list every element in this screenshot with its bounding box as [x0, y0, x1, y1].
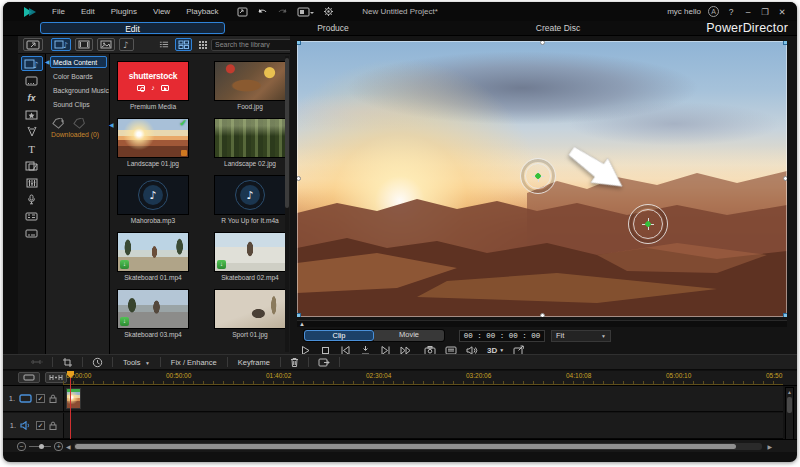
list-view-button[interactable]	[156, 38, 172, 51]
library-scrollbar[interactable]	[285, 56, 289, 352]
room-templates[interactable]	[21, 73, 43, 88]
timeline-horizontal-scrollbar[interactable]	[74, 443, 763, 450]
collapse-panel-icon[interactable]: ◀	[109, 121, 114, 128]
library-item-landscape-02[interactable]: Landscape 02.jpg	[214, 118, 286, 169]
redo-icon[interactable]	[277, 7, 288, 17]
filter-music-button[interactable]: ♪	[119, 38, 134, 51]
grid-view-button[interactable]	[175, 38, 192, 51]
import-media-button[interactable]	[23, 38, 43, 51]
library-item-landscape-01[interactable]: ✓ Landscape 01.jpg	[117, 118, 189, 169]
audio-track-lane[interactable]	[63, 413, 783, 439]
resize-handle-bottom-center[interactable]	[540, 313, 545, 317]
room-particles[interactable]	[21, 124, 43, 139]
aspect-ratio-icon[interactable]	[297, 7, 314, 17]
library-item-sport-01[interactable]: Sport 01.jpg	[214, 289, 286, 340]
keyframe-button[interactable]: Keyframe	[228, 358, 280, 367]
resize-handle-bottom-left[interactable]	[297, 313, 301, 317]
motion-tracker-target-2[interactable]	[628, 204, 668, 244]
library-item-skateboard-02[interactable]: ↓ Skateboard 02.mp4	[214, 232, 286, 283]
menu-playback[interactable]: Playback	[178, 7, 226, 16]
user-avatar[interactable]: A	[708, 6, 719, 17]
maximize-button[interactable]: ❐	[760, 7, 770, 17]
category-background-music[interactable]: Background Music	[50, 84, 107, 96]
library-item-skateboard-03[interactable]: ↓ Skateboard 03.mp4	[117, 289, 189, 340]
help-button[interactable]: ?	[726, 7, 736, 17]
range-select-icon[interactable]	[21, 357, 52, 367]
category-sound-clips[interactable]: Sound Clips	[50, 98, 107, 110]
zoom-in-button[interactable]: +	[54, 442, 63, 451]
seek-position-marker[interactable]: ▲	[299, 321, 305, 327]
clip-mode-button[interactable]: Clip	[304, 330, 374, 341]
menu-plugins[interactable]: Plugins	[103, 7, 145, 16]
room-pip-objects[interactable]	[21, 107, 43, 122]
collapse-rail-icon[interactable]: ◀	[45, 58, 50, 65]
svg-text:♪: ♪	[63, 41, 68, 49]
library-item-r-you-up[interactable]: ♪ R You Up for It.m4a	[214, 175, 286, 226]
zoom-out-button[interactable]: −	[17, 442, 26, 451]
timeline-clip[interactable]	[66, 388, 81, 409]
tab-create-disc[interactable]: Create Disc	[483, 22, 633, 34]
filter-all-media-button[interactable]: ♪	[51, 38, 71, 51]
timeline-toolbar: Tools ▼ Fix / Enhance Keyframe	[3, 354, 797, 370]
menu-edit[interactable]: Edit	[73, 7, 103, 16]
fix-enhance-button[interactable]: Fix / Enhance	[161, 358, 227, 367]
room-subtitles[interactable]	[21, 226, 43, 241]
library-item-food[interactable]: Food.jpg	[214, 61, 286, 112]
small-grid-view-button[interactable]	[195, 38, 211, 51]
settings-gear-icon[interactable]	[323, 6, 334, 17]
track-enable-checkbox[interactable]: ✓	[36, 394, 45, 403]
timecode-display[interactable]: 00 : 00 : 00 : 00	[459, 330, 545, 342]
category-color-boards[interactable]: Color Boards	[50, 70, 107, 82]
user-name[interactable]: myc hello	[667, 7, 701, 16]
room-transitions[interactable]	[21, 158, 43, 173]
room-media[interactable]: ♪	[21, 56, 43, 71]
filter-photo-button[interactable]	[97, 38, 115, 51]
resize-handle-top-left[interactable]	[297, 41, 301, 45]
library-item-premium-media[interactable]: shutterstock ♪ Premium Media	[117, 61, 189, 112]
playhead[interactable]	[70, 371, 71, 439]
resize-handle-bottom-right[interactable]	[783, 313, 787, 317]
track-lock-icon[interactable]	[49, 421, 57, 430]
tab-edit[interactable]: Edit	[40, 22, 225, 34]
add-tag-icon[interactable]	[52, 118, 65, 129]
zoom-slider[interactable]	[29, 446, 52, 447]
menu-view[interactable]: View	[145, 7, 178, 16]
tools-menu-button[interactable]: Tools ▼	[113, 358, 160, 367]
delete-trash-icon[interactable]	[281, 357, 308, 368]
zoom-fit-dropdown[interactable]: Fit▼	[551, 330, 611, 342]
tab-produce[interactable]: Produce	[258, 22, 408, 34]
scroll-right-icon[interactable]: ▶	[764, 443, 775, 450]
minimize-button[interactable]: –	[743, 7, 753, 17]
downloaded-label[interactable]: Downloaded (0)	[51, 131, 109, 138]
duration-clock-icon[interactable]	[83, 357, 112, 368]
filter-video-button[interactable]	[75, 38, 93, 51]
menu-file[interactable]: File	[44, 7, 73, 16]
preview-canvas[interactable]	[297, 41, 787, 317]
track-enable-checkbox[interactable]: ✓	[36, 421, 45, 430]
close-button[interactable]: ✕	[777, 7, 787, 17]
resize-handle-top-right[interactable]	[783, 41, 787, 45]
category-media-content[interactable]: Media Content	[50, 56, 107, 68]
room-chapters[interactable]	[21, 209, 43, 224]
resize-handle-middle-right[interactable]	[783, 176, 787, 181]
library-item-skateboard-01[interactable]: ↓ Skateboard 01.mp4	[117, 232, 189, 283]
timeline-ruler[interactable]: 00:00:00 00:50:00 01:40:02 02:30:04 03:2…	[63, 371, 783, 386]
library-item-mahoroba[interactable]: ♪ Mahoroba.mp3	[117, 175, 189, 226]
movie-mode-button[interactable]: Movie	[374, 330, 444, 341]
preview-seek-bar[interactable]: ▲	[297, 320, 787, 327]
track-manager-button[interactable]	[18, 372, 40, 383]
room-audio-mixing[interactable]	[21, 175, 43, 190]
produce-range-icon[interactable]	[309, 357, 339, 368]
room-voice-over[interactable]	[21, 192, 43, 207]
scroll-left-icon[interactable]: ◀	[63, 443, 74, 450]
track-lock-icon[interactable]	[49, 394, 57, 403]
crop-icon[interactable]	[53, 357, 82, 368]
room-titles[interactable]: T	[21, 141, 43, 156]
video-track-lane[interactable]	[63, 386, 783, 412]
capture-icon[interactable]	[237, 7, 248, 17]
scroll-up-icon[interactable]: ▲	[786, 388, 793, 396]
room-effects[interactable]: fx	[21, 90, 43, 105]
tag-icon[interactable]	[73, 118, 85, 129]
motion-tracker-target-1[interactable]	[520, 158, 556, 194]
undo-icon[interactable]	[257, 7, 268, 17]
